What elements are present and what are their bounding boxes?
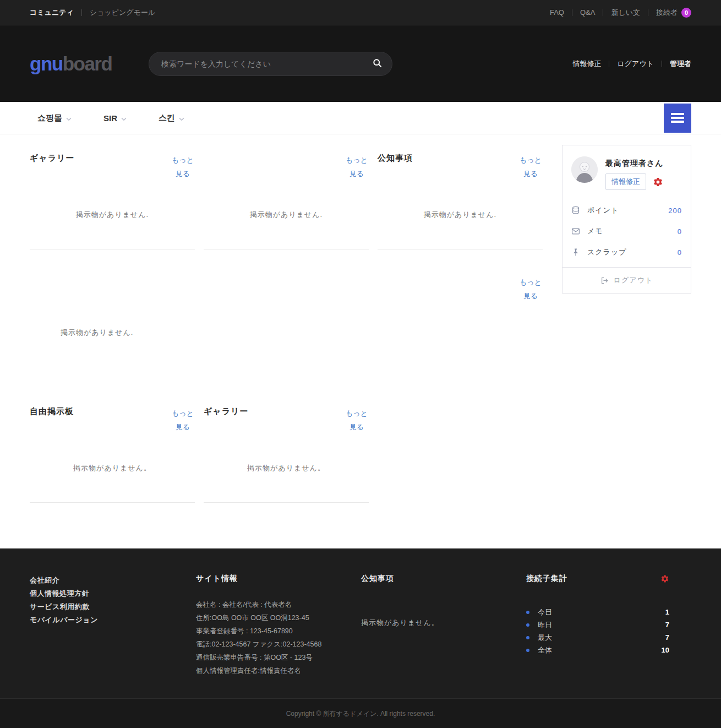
divider xyxy=(662,61,662,67)
divider xyxy=(648,9,648,16)
empty-message: 掲示物がありません. xyxy=(250,210,323,220)
footer-section-title: 接続子集計 xyxy=(526,574,567,584)
main-nav: 쇼핑몰 SIR 스킨 xyxy=(0,102,721,134)
site-info-line: 通信販売業申告番号 : 第OO区 - 123号 xyxy=(196,651,361,664)
copyright-text: Copyright © 所有するドメイン. All rights reserve… xyxy=(286,710,435,718)
bullet-icon xyxy=(526,649,529,652)
logo[interactable]: gnuboard xyxy=(30,53,149,75)
visitor-stat-label: 今日 xyxy=(538,606,552,618)
bullet-icon xyxy=(526,623,529,627)
header-link-edit-info[interactable]: 情報修正 xyxy=(572,59,601,69)
logo-text-gnu: gnu xyxy=(30,53,63,74)
more-link[interactable]: もっと見る xyxy=(518,275,543,303)
nav-item-shopping-mall[interactable]: 쇼핑몰 xyxy=(30,113,72,123)
logout-label: ログアウト xyxy=(614,275,653,285)
topbar-link-shopping-mall[interactable]: ショッピングモール xyxy=(90,8,155,18)
site-info-line: 個人情報管理責任者:情報責任者名 xyxy=(196,664,361,677)
more-link[interactable]: もっと見る xyxy=(345,153,369,181)
section-title: ギャラリー xyxy=(204,406,248,417)
logout-button[interactable]: ログアウト xyxy=(562,267,691,293)
footer-link-terms[interactable]: サービス利用約款 xyxy=(30,600,196,613)
stat-row-points[interactable]: ポイント 200 xyxy=(571,200,682,221)
visitor-stat-value: 7 xyxy=(665,631,669,644)
more-link[interactable]: もっと見る xyxy=(171,406,195,434)
nav-item-skin[interactable]: 스킨 xyxy=(151,113,184,123)
topbar: コミュニティ ショッピングモール FAQ Q&A 新しい文 接続者0 xyxy=(0,0,721,25)
visitor-count-badge: 0 xyxy=(681,8,691,18)
stat-row-scrap[interactable]: スクラップ 0 xyxy=(571,242,682,263)
visitor-stat-label: 全体 xyxy=(538,644,552,656)
user-panel: 最高管理者さん 情報修正 xyxy=(562,145,691,503)
section-title: 自由掲示板 xyxy=(30,406,74,417)
divider xyxy=(572,9,572,16)
chevron-down-icon xyxy=(66,113,72,123)
stat-value: 0 xyxy=(678,227,682,236)
stat-value: 0 xyxy=(678,248,682,257)
site-info-line: 事業者登録番号 : 123-45-67890 xyxy=(196,624,361,638)
section-title: 公知事項 xyxy=(378,153,413,164)
site-header: gnuboard 情報修正 ログアウト 管理者 xyxy=(0,25,721,102)
topbar-link-visitors[interactable]: 接続者0 xyxy=(656,8,691,18)
nav-item-label: SIR xyxy=(103,113,117,123)
topbar-link-community[interactable]: コミュニティ xyxy=(30,8,74,18)
profile-name: 最高管理者さん xyxy=(605,156,664,169)
divider xyxy=(81,9,82,16)
coins-icon xyxy=(571,206,580,215)
footer-link-mobile[interactable]: モバイルバージョン xyxy=(30,613,196,627)
empty-message: 掲示物がありません。 xyxy=(247,463,325,473)
avatar xyxy=(571,156,598,183)
footer-section-title: 公知事項 xyxy=(361,574,526,584)
site-info-line: 電話:02-123-4567 ファクス:02-123-4568 xyxy=(196,638,361,651)
edit-info-button[interactable]: 情報修正 xyxy=(605,173,646,190)
empty-message: 掲示物がありません。 xyxy=(73,463,151,473)
footer-section-title: サイト情報 xyxy=(196,574,361,584)
visitor-stat-value: 7 xyxy=(665,618,669,631)
empty-message: 掲示物がありません. xyxy=(424,210,496,220)
more-link[interactable]: もっと見る xyxy=(518,153,543,181)
footer-link-company[interactable]: 会社紹介 xyxy=(30,574,196,587)
latest-box-free-board: 自由掲示板 もっと見る 掲示物がありません。 xyxy=(30,406,195,503)
footer-site-info: サイト情報 会社名 : 会社名/代表 : 代表者名 住所:OO島 OO市 OO区… xyxy=(196,574,361,677)
footer-link-privacy[interactable]: 個人情報処理方針 xyxy=(30,587,196,600)
copyright-bar: Copyright © 所有するドメイン. All rights reserve… xyxy=(0,698,721,728)
latest-box-gallery-2: ギャラリー もっと見る 掲示物がありません。 xyxy=(204,406,369,503)
more-link[interactable]: もっと見る xyxy=(171,153,195,181)
settings-gear-icon[interactable] xyxy=(660,574,669,583)
nav-item-label: 쇼핑몰 xyxy=(37,113,62,123)
footer-notice: 公知事項 掲示物がありません。 xyxy=(361,574,526,677)
header-link-admin[interactable]: 管理者 xyxy=(670,59,691,69)
site-footer: 会社紹介 個人情報処理方針 サービス利用約款 モバイルバージョン サイト情報 会… xyxy=(0,548,721,698)
topbar-link-qna[interactable]: Q&A xyxy=(580,8,595,17)
divider xyxy=(603,9,603,16)
search-icon xyxy=(373,58,382,69)
menu-button[interactable] xyxy=(664,104,691,133)
pin-icon xyxy=(571,248,580,257)
visitor-stat-row: 全体 10 xyxy=(526,644,669,656)
chevron-down-icon xyxy=(121,113,127,123)
divider xyxy=(609,61,609,67)
topbar-link-faq[interactable]: FAQ xyxy=(550,8,564,17)
visitor-stat-value: 1 xyxy=(665,606,669,618)
nav-item-sir[interactable]: SIR xyxy=(96,113,127,123)
footer-links: 会社紹介 個人情報処理方針 サービス利用約款 モバイルバージョン xyxy=(30,574,196,677)
header-link-logout[interactable]: ログアウト xyxy=(617,59,654,69)
search-button[interactable] xyxy=(367,55,387,73)
footer-visitor-stats: 接続子集計 今日 1 昨日 7 xyxy=(526,574,691,677)
search-input[interactable] xyxy=(160,59,367,69)
bullet-icon xyxy=(526,636,529,639)
empty-message: 掲示物がありません. xyxy=(61,328,133,338)
nav-item-label: 스킨 xyxy=(159,113,175,123)
site-info-line: 会社名 : 会社名/代表 : 代表者名 xyxy=(196,598,361,611)
section-title: ギャラリー xyxy=(30,153,74,164)
visitor-stat-row: 最大 7 xyxy=(526,631,669,644)
visitors-label: 接続者 xyxy=(656,8,678,17)
settings-gear-icon[interactable] xyxy=(653,177,663,187)
bullet-icon xyxy=(526,611,529,614)
more-link[interactable]: もっと見る xyxy=(345,406,369,434)
visitor-stat-row: 昨日 7 xyxy=(526,618,669,631)
latest-box-wide: もっと見る 掲示物がありません. xyxy=(30,275,543,380)
stat-label: メモ xyxy=(587,226,603,236)
topbar-link-new-post[interactable]: 新しい文 xyxy=(611,8,640,18)
stat-row-memo[interactable]: メモ 0 xyxy=(571,221,682,242)
visitor-stat-row: 今日 1 xyxy=(526,606,669,618)
